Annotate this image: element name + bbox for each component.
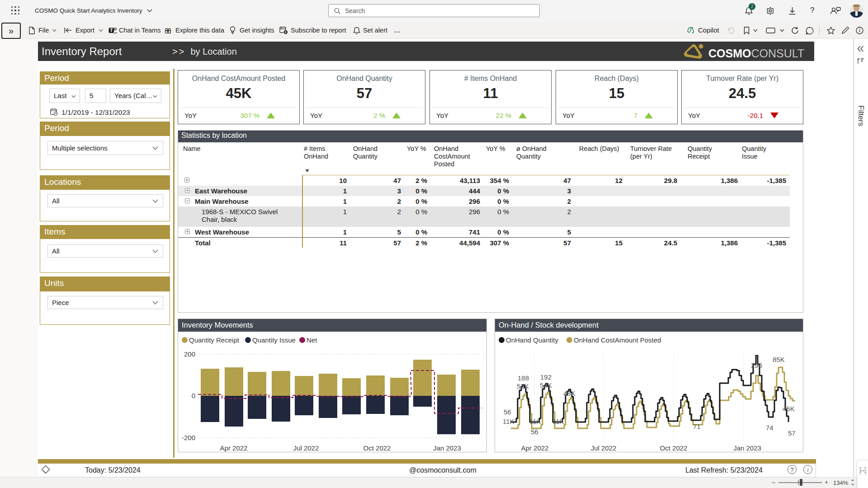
svg-text:11K: 11K <box>552 418 564 425</box>
svg-text:Apr 2022: Apr 2022 <box>521 444 549 452</box>
svg-text:56: 56 <box>504 408 511 416</box>
svg-text:Oct 2022: Oct 2022 <box>660 444 688 452</box>
svg-text:-200: -200 <box>182 434 195 441</box>
svg-text:71: 71 <box>693 422 701 430</box>
svg-text:188: 188 <box>518 374 529 382</box>
svg-text:85K: 85K <box>773 356 785 363</box>
svg-text:54K: 54K <box>540 381 552 389</box>
svg-text:52K: 52K <box>517 382 529 390</box>
svg-text:200: 200 <box>184 350 195 358</box>
svg-text:Jan 2023: Jan 2023 <box>733 444 761 452</box>
svg-text:Apr 2022: Apr 2022 <box>220 444 248 452</box>
svg-text:11K: 11K <box>529 418 541 425</box>
svg-text:57: 57 <box>788 429 796 437</box>
svg-text:192: 192 <box>540 373 552 381</box>
svg-text:Oct 2022: Oct 2022 <box>363 444 391 452</box>
svg-text:Jul 2022: Jul 2022 <box>591 444 617 452</box>
svg-text:Jan 2023: Jan 2023 <box>433 444 461 452</box>
svg-text:45K: 45K <box>783 405 795 413</box>
svg-text:Jul 2022: Jul 2022 <box>293 444 319 452</box>
svg-text:74: 74 <box>766 424 774 432</box>
svg-text:296: 296 <box>751 361 762 369</box>
svg-text:48K: 48K <box>563 389 576 397</box>
svg-text:T: T <box>110 28 113 33</box>
svg-text:11K: 11K <box>503 418 514 425</box>
svg-text:56: 56 <box>531 428 538 436</box>
svg-text:0: 0 <box>192 392 195 399</box>
